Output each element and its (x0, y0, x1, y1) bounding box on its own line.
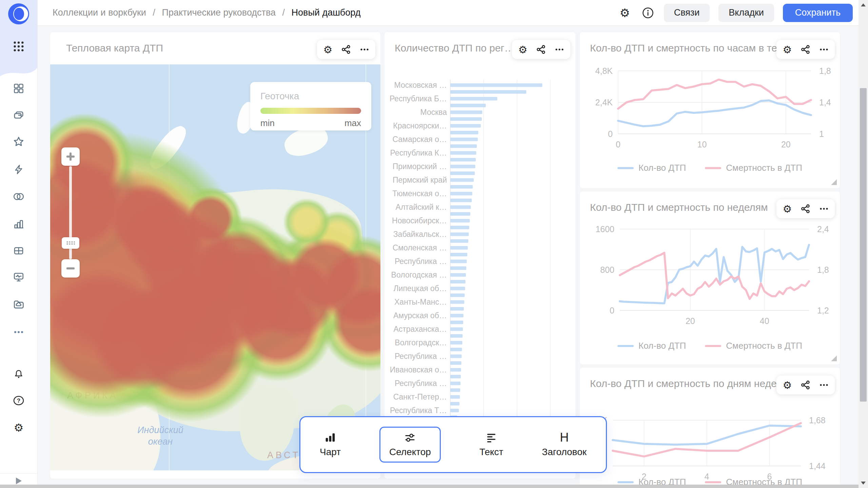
zoom-out-button[interactable] (61, 259, 80, 278)
svg-text:Новосибирск…: Новосибирск… (392, 216, 447, 225)
svg-text:Приморский …: Приморский … (393, 162, 447, 171)
breadcrumb-guides[interactable]: Практические руководства (162, 7, 276, 18)
legend-item[interactable]: Смертность в ДТП (705, 163, 802, 173)
chart-icon (324, 432, 336, 443)
weeks-line-chart[interactable]: 2040160080002,41,81,2 (587, 225, 837, 327)
svg-text:Ивановская о…: Ивановская о… (390, 365, 447, 374)
save-button[interactable]: Сохранить (783, 4, 853, 22)
widget-actions-pill: ⚙ (776, 199, 835, 218)
widget-settings-icon[interactable]: ⚙ (322, 44, 334, 55)
breadcrumb-separator: / (153, 7, 155, 18)
svg-text:Вологодская …: Вологодская … (391, 270, 447, 279)
widget-settings-icon[interactable]: ⚙ (782, 44, 793, 55)
tabs-button[interactable]: Вкладки (718, 4, 774, 22)
days-line-chart[interactable]: 2467K1,681,44 (587, 402, 837, 483)
widget-weeks-line-chart: ⚙ Кол-во ДТП и смертность по неделям 204… (580, 191, 840, 364)
window-bottom-edge (0, 485, 868, 488)
toolbar-item-text[interactable]: Текст (479, 432, 504, 458)
svg-text:1600: 1600 (595, 225, 614, 234)
breadcrumb-collections[interactable]: Коллекции и воркбуки (53, 7, 146, 18)
sidebar-item-quick-charts[interactable] (0, 162, 37, 177)
svg-text:Липецкая об…: Липецкая об… (393, 284, 447, 293)
add-element-toolbar: Чарт Селектор Текст H Заголовок (299, 416, 607, 473)
zoom-drag-handle[interactable] (62, 237, 79, 249)
relations-button[interactable]: Связи (664, 4, 710, 22)
header: Коллекции и воркбуки / Практические руко… (37, 0, 868, 26)
map-legend: Геоточка min max (250, 82, 371, 130)
svg-text:20: 20 (781, 140, 791, 149)
widget-relations-icon[interactable] (800, 379, 811, 391)
widget-more-icon[interactable] (554, 44, 565, 55)
info-icon[interactable] (641, 6, 655, 20)
notifications-icon[interactable] (0, 367, 37, 382)
resize-handle[interactable] (831, 179, 837, 185)
svg-text:Республика К…: Республика К… (390, 148, 447, 157)
widget-settings-icon[interactable]: ⚙ (517, 44, 529, 55)
sidebar-item-tables[interactable] (0, 243, 37, 258)
toolbar-item-selector-selected[interactable]: Селектор (379, 427, 441, 463)
svg-text:1,2: 1,2 (817, 306, 829, 315)
widget-relations-icon[interactable] (800, 203, 811, 215)
widget-relations-icon[interactable] (535, 44, 547, 55)
settings-icon[interactable]: ⚙ (618, 6, 632, 20)
breadcrumb-separator: / (282, 7, 285, 18)
widget-more-icon[interactable] (359, 44, 370, 55)
apps-grid-icon[interactable] (0, 39, 37, 54)
svg-text:Волгоградск…: Волгоградск… (395, 338, 447, 347)
scroll-down-arrow[interactable] (861, 482, 866, 485)
toolbar-item-heading[interactable]: H Заголовок (542, 432, 587, 458)
toolbar-item-chart[interactable]: Чарт (320, 432, 341, 458)
heat-gradient-bar (260, 108, 361, 114)
svg-text:4,8K: 4,8K (595, 66, 613, 76)
help-icon[interactable]: ? (0, 393, 37, 408)
scroll-up-arrow[interactable] (861, 3, 866, 6)
sidebar-item-datasets[interactable] (0, 189, 37, 204)
widget-days-line-chart: ⚙ Кол-во ДТП и смертность по дням недели… (580, 368, 840, 488)
regions-bar-chart[interactable]: Московская …Республика Б…МоскваКрасноярс… (389, 80, 572, 422)
svg-text:2,4K: 2,4K (595, 98, 613, 107)
text-icon (486, 432, 497, 443)
scrollbar-thumb[interactable] (860, 88, 867, 402)
map-legend-title: Геоточка (260, 91, 361, 102)
sidebar-item-cloud-storage[interactable] (0, 297, 37, 312)
svg-text:0: 0 (610, 306, 614, 315)
selector-icon (404, 432, 416, 443)
sidebar-item-workbooks[interactable] (0, 108, 37, 123)
svg-text:2,4: 2,4 (817, 225, 829, 234)
settings-icon[interactable]: ⚙ (0, 420, 37, 435)
sidebar-item-favorites[interactable] (0, 134, 37, 149)
zoom-in-button[interactable] (61, 147, 80, 166)
vertical-scrollbar[interactable] (859, 0, 868, 488)
widget-settings-icon[interactable]: ⚙ (782, 379, 793, 391)
svg-text:Московская …: Московская … (394, 81, 447, 89)
widget-more-icon[interactable] (818, 379, 830, 391)
legend-item[interactable]: Смертность в ДТП (705, 341, 802, 351)
svg-text:0: 0 (608, 129, 613, 139)
widget-title: Кол-во ДТП и смертность по неделям (590, 202, 777, 213)
sidebar-item-charts[interactable] (0, 216, 37, 231)
widget-actions-pill: ⚙ (512, 40, 570, 59)
legend-item[interactable]: Кол-во ДТП (617, 341, 686, 351)
resize-handle[interactable] (831, 355, 837, 361)
hours-line-chart[interactable]: 010204,8K2,4K01,81,41 (587, 66, 837, 154)
sidebar-item-dashboards[interactable] (0, 81, 37, 96)
legend-item[interactable]: Кол-во ДТП (617, 163, 686, 173)
datalens-logo[interactable] (0, 3, 37, 25)
widget-more-icon[interactable] (818, 44, 830, 55)
sidebar-item-more[interactable] (0, 325, 37, 340)
widget-hours-line-chart: ⚙ Кол-во ДТП и смертность по часам в теч… (580, 32, 840, 188)
breadcrumb: Коллекции и воркбуки / Практические руко… (53, 7, 360, 18)
widget-actions-pill: ⚙ (317, 40, 375, 59)
svg-text:Республика …: Республика … (395, 379, 447, 388)
widget-settings-icon[interactable]: ⚙ (782, 203, 793, 215)
widget-relations-icon[interactable] (340, 44, 352, 55)
sidebar-item-monitoring[interactable] (0, 270, 37, 285)
svg-text:1: 1 (819, 129, 824, 139)
widget-more-icon[interactable] (818, 203, 830, 215)
legend-max-label: max (344, 118, 361, 128)
widget-relations-icon[interactable] (800, 44, 811, 55)
heatmap-canvas[interactable]: ЕВРОПА АЗИЯ АФРИКА АВСТРАЛИЯ Индийский о… (50, 64, 380, 470)
breadcrumb-current-dashboard: Новый дашборд (292, 7, 361, 18)
svg-text:1,68: 1,68 (809, 415, 826, 425)
svg-text:10: 10 (697, 140, 707, 149)
